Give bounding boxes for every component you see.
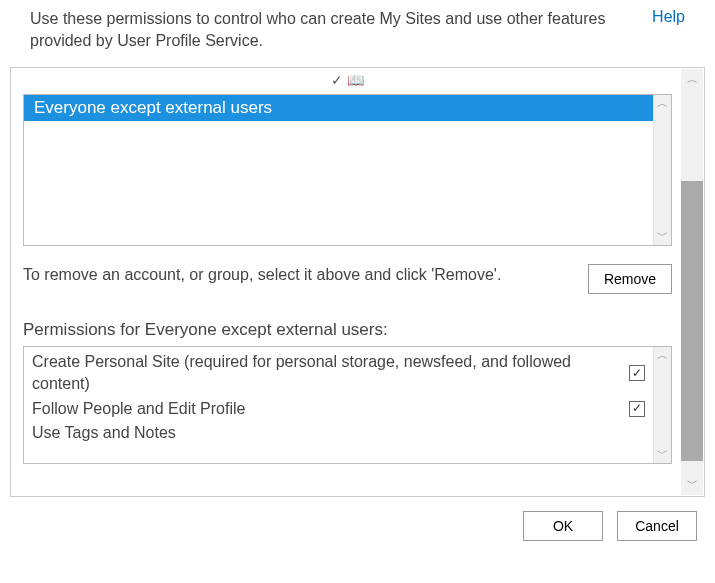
check-names-icon[interactable]: ✓ — [331, 72, 343, 88]
permissions-pane: ︿ ﹀ ✓ 📖 Everyone except external users ︿… — [10, 67, 705, 497]
people-picker-toolbar: ✓ 📖 — [23, 72, 672, 92]
cancel-button[interactable]: Cancel — [617, 511, 697, 541]
listbox-scroll-down-icon[interactable]: ﹀ — [654, 227, 671, 245]
listbox-scroll-up-icon[interactable]: ︿ — [654, 95, 671, 113]
permissions-scroll-down-icon[interactable]: ﹀ — [654, 445, 671, 463]
permissions-scrollbar[interactable]: ︿ ﹀ — [653, 347, 671, 463]
permissions-heading: Permissions for Everyone except external… — [23, 320, 672, 340]
listbox-scrollbar[interactable]: ︿ ﹀ — [653, 95, 671, 245]
remove-button[interactable]: Remove — [588, 264, 672, 294]
browse-directory-icon[interactable]: 📖 — [347, 72, 364, 88]
permission-checkbox[interactable]: ✓ — [629, 401, 645, 417]
permissions-listbox[interactable]: ︿ ﹀ Create Personal Site (required for p… — [23, 346, 672, 464]
permission-item: Create Personal Site (required for perso… — [32, 351, 603, 396]
permission-checkbox[interactable]: ✓ — [629, 365, 645, 381]
ok-button[interactable]: OK — [523, 511, 603, 541]
permission-item: Use Tags and Notes ✓ — [32, 422, 603, 444]
permission-label: Create Personal Site (required for perso… — [32, 351, 629, 396]
remove-instruction: To remove an account, or group, select i… — [23, 264, 568, 286]
help-link[interactable]: Help — [652, 8, 685, 26]
permission-label: Follow People and Edit Profile — [32, 398, 629, 420]
header-description: Use these permissions to control who can… — [30, 8, 652, 53]
permissions-scroll-up-icon[interactable]: ︿ — [654, 347, 671, 365]
permission-item: Follow People and Edit Profile ✓ — [32, 398, 603, 420]
accounts-listbox[interactable]: Everyone except external users ︿ ﹀ — [23, 94, 672, 246]
permission-label: Use Tags and Notes — [32, 422, 603, 444]
account-selected-item[interactable]: Everyone except external users — [24, 95, 653, 121]
